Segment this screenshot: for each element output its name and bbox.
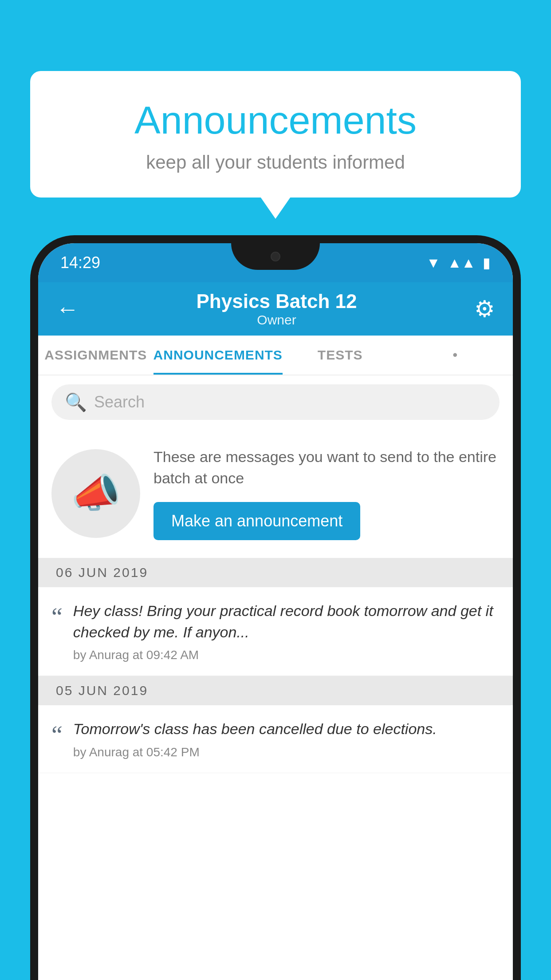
app-header: ← Physics Batch 12 Owner ⚙ — [38, 282, 513, 336]
search-icon: 🔍 — [65, 392, 87, 413]
quote-icon-2: “ — [51, 722, 63, 747]
camera-dot — [271, 252, 280, 261]
announcements-subtitle: keep all your students informed — [52, 152, 499, 173]
battery-icon: ▮ — [483, 254, 491, 271]
phone-screen: 14:29 ▼ ▲▲ ▮ ← Physics Batch 12 Owner ⚙ … — [38, 243, 513, 980]
phone-mockup: 14:29 ▼ ▲▲ ▮ ← Physics Batch 12 Owner ⚙ … — [30, 235, 521, 980]
tab-announcements[interactable]: ANNOUNCEMENTS — [153, 336, 283, 375]
announcement-meta-1: by Anurag at 09:42 AM — [73, 648, 500, 662]
search-placeholder-text: Search — [94, 393, 145, 411]
make-announcement-button[interactable]: Make an announcement — [153, 502, 360, 540]
announcement-item-1: “ Hey class! Bring your practical record… — [38, 587, 513, 676]
quote-icon-1: “ — [51, 604, 63, 629]
date-separator-2: 05 JUN 2019 — [38, 676, 513, 705]
megaphone-icon: 📣 — [71, 470, 121, 517]
tab-assignments[interactable]: ASSIGNMENTS — [38, 336, 153, 375]
promo-icon-circle: 📣 — [51, 449, 140, 538]
batch-subtitle: Owner — [197, 312, 357, 328]
search-container: 🔍 Search — [38, 375, 513, 429]
announcements-title: Announcements — [52, 98, 499, 143]
back-button[interactable]: ← — [56, 296, 79, 322]
status-bar: 14:29 ▼ ▲▲ ▮ — [38, 243, 513, 282]
speech-bubble: Announcements keep all your students inf… — [30, 71, 521, 198]
tabs-bar: ASSIGNMENTS ANNOUNCEMENTS TESTS • — [38, 336, 513, 375]
signal-icon: ▲▲ — [448, 255, 476, 271]
promo-right: These are messages you want to send to t… — [153, 447, 500, 540]
status-time: 14:29 — [60, 253, 100, 272]
status-icons: ▼ ▲▲ ▮ — [426, 254, 491, 271]
announcement-content-1: Hey class! Bring your practical record b… — [73, 601, 500, 662]
announcement-text-2: Tomorrow's class has been cancelled due … — [73, 719, 500, 740]
search-bar[interactable]: 🔍 Search — [51, 384, 500, 420]
speech-bubble-container: Announcements keep all your students inf… — [30, 71, 521, 198]
date-separator-1: 06 JUN 2019 — [38, 558, 513, 587]
promo-description: These are messages you want to send to t… — [153, 447, 500, 489]
phone-notch — [231, 243, 320, 270]
announcement-item-2: “ Tomorrow's class has been cancelled du… — [38, 705, 513, 773]
announcement-meta-2: by Anurag at 05:42 PM — [73, 745, 500, 759]
header-title-area: Physics Batch 12 Owner — [197, 290, 357, 328]
wifi-icon: ▼ — [426, 255, 441, 271]
settings-icon[interactable]: ⚙ — [474, 296, 495, 322]
announcement-text-1: Hey class! Bring your practical record b… — [73, 601, 500, 643]
batch-title: Physics Batch 12 — [197, 290, 357, 312]
promo-section: 📣 These are messages you want to send to… — [38, 429, 513, 558]
announcement-content-2: Tomorrow's class has been cancelled due … — [73, 719, 500, 759]
tab-tests[interactable]: TESTS — [283, 336, 398, 375]
tab-more[interactable]: • — [398, 336, 513, 375]
